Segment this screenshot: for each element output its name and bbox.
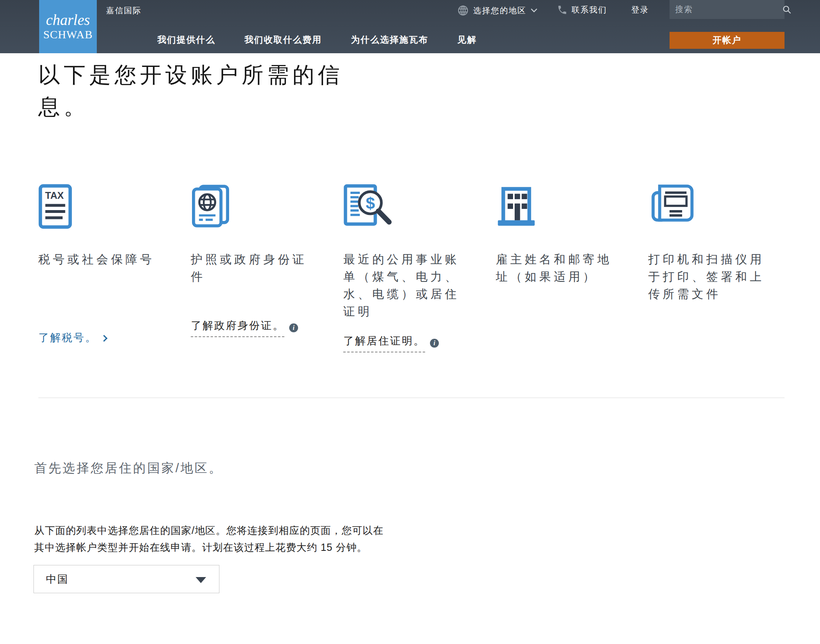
country-section-body: 从下面的列表中选择您居住的国家/地区。您将连接到相应的页面，您可以在其中选择帐户… bbox=[34, 522, 391, 556]
requirement-card-employer: 雇主姓名和邮寄地址（如果适用） bbox=[496, 184, 618, 286]
chevron-right-icon bbox=[101, 335, 108, 342]
country-select[interactable]: 中国 bbox=[33, 565, 219, 593]
learn-government-id-link[interactable]: 了解政府身份证。 bbox=[191, 319, 284, 337]
logo-text-schwab: SCHWAB bbox=[39, 28, 97, 41]
nav-item-what-we-offer[interactable]: 我们提供什么 bbox=[157, 34, 215, 46]
info-icon[interactable]: i bbox=[289, 323, 298, 332]
nav-item-what-we-charge[interactable]: 我们收取什么费用 bbox=[244, 34, 322, 46]
requirement-title: 税号或社会保障号 bbox=[38, 251, 160, 268]
region-selector-label: 选择您的地区 bbox=[473, 5, 526, 16]
logo-text-charles: charles bbox=[39, 12, 97, 28]
search-input[interactable] bbox=[675, 5, 782, 14]
requirement-title: 雇主姓名和邮寄地址（如果适用） bbox=[496, 251, 618, 286]
section-divider bbox=[38, 398, 785, 398]
requirement-title: 最近的公用事业账单（煤气、电力、水、电缆）或居住证明 bbox=[343, 251, 465, 320]
open-account-button[interactable]: 开帐户 bbox=[670, 32, 785, 49]
login-label: 登录 bbox=[631, 4, 649, 15]
employer-building-icon bbox=[496, 184, 618, 229]
nav-item-why-schwab[interactable]: 为什么选择施瓦布 bbox=[351, 34, 428, 46]
caret-down-icon bbox=[196, 577, 206, 583]
printer-scanner-icon bbox=[648, 184, 770, 229]
nav-item-insights[interactable]: 见解 bbox=[457, 34, 477, 46]
page-title: 以下是您开设账户所需的信息。 bbox=[38, 59, 361, 123]
primary-nav: 我们提供什么 我们收取什么费用 为什么选择施瓦布 见解 bbox=[157, 34, 477, 46]
contact-us-label: 联系我们 bbox=[572, 4, 607, 15]
country-select-value: 中国 bbox=[46, 572, 69, 586]
requirements-row: TAX 税号或社会保障号 了解税号。 bbox=[38, 184, 820, 352]
learn-proof-of-residence-link[interactable]: 了解居住证明。 bbox=[343, 334, 425, 352]
region-selector[interactable]: 选择您的地区 bbox=[457, 4, 538, 17]
login-link[interactable]: 登录 bbox=[631, 4, 649, 15]
requirement-card-tax: TAX 税号或社会保障号 了解税号。 bbox=[38, 184, 160, 345]
info-icon[interactable]: i bbox=[430, 339, 439, 348]
chevron-down-icon bbox=[530, 8, 538, 13]
globe-icon bbox=[457, 4, 469, 17]
search-icon[interactable] bbox=[782, 5, 792, 15]
charles-schwab-logo[interactable]: charles SCHWAB bbox=[39, 0, 97, 53]
requirement-card-printer-scanner: 打印机和扫描仪用于打印、签署和上传所需文件 bbox=[648, 184, 770, 303]
contact-us-link[interactable]: 联系我们 bbox=[557, 4, 607, 15]
requirement-card-utility-bill: $ 最近的公用事业账单（煤气、电力、水、电缆）或居住证明 了解居住证明。 i bbox=[343, 184, 465, 352]
utility-bill-magnifier-icon: $ bbox=[343, 184, 465, 229]
phone-icon bbox=[557, 5, 568, 15]
main-content: 以下是您开设账户所需的信息。 TAX 税号或社会保障号 了解税号。 bbox=[0, 53, 820, 593]
tax-document-icon: TAX bbox=[38, 184, 160, 229]
requirement-title: 打印机和扫描仪用于打印、签署和上传所需文件 bbox=[648, 251, 770, 303]
country-section-heading: 首先选择您居住的国家/地区。 bbox=[34, 460, 820, 477]
site-label: 嘉信国际 bbox=[106, 5, 142, 16]
learn-tax-id-link[interactable]: 了解税号。 bbox=[38, 331, 97, 345]
svg-text:$: $ bbox=[366, 194, 375, 213]
requirement-title: 护照或政府身份证件 bbox=[191, 251, 313, 286]
requirement-card-passport: 护照或政府身份证件 了解政府身份证。 i bbox=[191, 184, 313, 337]
passport-icon bbox=[191, 184, 313, 229]
svg-text:TAX: TAX bbox=[45, 190, 64, 201]
search-box bbox=[670, 0, 785, 19]
site-header: charles SCHWAB 嘉信国际 选择您的地区 联系我们 登录 bbox=[0, 0, 820, 53]
